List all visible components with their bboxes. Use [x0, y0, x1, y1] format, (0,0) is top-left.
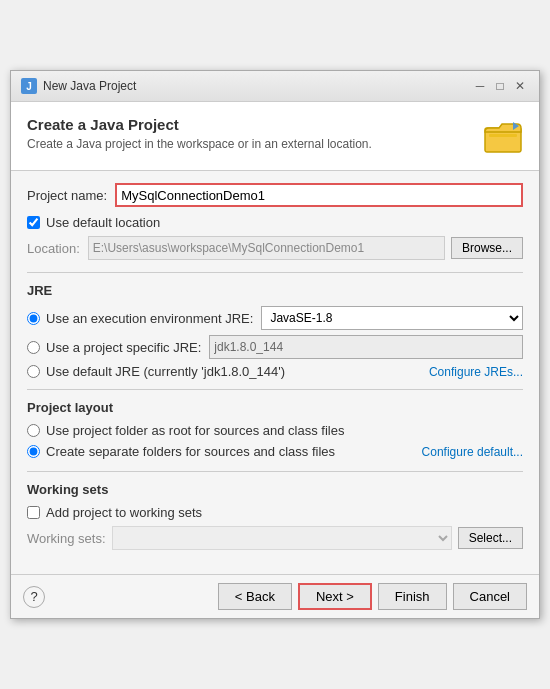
- jre-specific-input[interactable]: [209, 335, 523, 359]
- layout-option1-radio[interactable]: [27, 424, 40, 437]
- location-input[interactable]: [88, 236, 445, 260]
- jre-option2-row: Use a project specific JRE:: [27, 335, 523, 359]
- jre-option3-label: Use default JRE (currently 'jdk1.8.0_144…: [46, 364, 285, 379]
- header-folder-icon: [483, 116, 523, 156]
- use-default-location-checkbox[interactable]: [27, 216, 40, 229]
- title-bar: J New Java Project ─ □ ✕: [11, 71, 539, 102]
- working-sets-checkbox-row: Add project to working sets: [27, 505, 523, 520]
- divider-2: [27, 389, 523, 390]
- project-name-label: Project name:: [27, 188, 107, 203]
- jre-section-header: JRE: [27, 283, 523, 298]
- divider-3: [27, 471, 523, 472]
- layout-option2-radio[interactable]: [27, 445, 40, 458]
- jre-option3-row: Use default JRE (currently 'jdk1.8.0_144…: [27, 364, 523, 379]
- title-bar-controls: ─ □ ✕: [471, 77, 529, 95]
- project-name-section: Project name:: [27, 183, 523, 207]
- finish-button[interactable]: Finish: [378, 583, 447, 610]
- location-row: Location: Browse...: [27, 236, 523, 260]
- cancel-button[interactable]: Cancel: [453, 583, 527, 610]
- dialog-title: Create a Java Project: [27, 116, 473, 133]
- location-label: Location:: [27, 241, 80, 256]
- default-location-checkbox-row: Use default location: [27, 215, 523, 230]
- layout-option2-label: Create separate folders for sources and …: [46, 444, 335, 459]
- new-java-project-dialog: J New Java Project ─ □ ✕ Create a Java P…: [10, 70, 540, 619]
- dialog-header-text: Create a Java Project Create a Java proj…: [27, 116, 473, 151]
- use-default-location-label: Use default location: [46, 215, 160, 230]
- help-button[interactable]: ?: [23, 586, 45, 608]
- jre-option1-radio[interactable]: [27, 312, 40, 325]
- dialog-footer: ? < Back Next > Finish Cancel: [11, 574, 539, 618]
- browse-button[interactable]: Browse...: [451, 237, 523, 259]
- layout-option2-left: Create separate folders for sources and …: [27, 444, 335, 459]
- working-sets-header: Working sets: [27, 482, 523, 497]
- configure-jres-link[interactable]: Configure JREs...: [429, 365, 523, 379]
- svg-rect-1: [489, 134, 517, 137]
- back-button[interactable]: < Back: [218, 583, 292, 610]
- select-working-sets-button[interactable]: Select...: [458, 527, 523, 549]
- working-sets-dropdown[interactable]: [112, 526, 452, 550]
- jre-option1-label: Use an execution environment JRE:: [46, 311, 253, 326]
- jre-environment-select[interactable]: JavaSE-1.8: [261, 306, 523, 330]
- jre-option1-row: Use an execution environment JRE: JavaSE…: [27, 306, 523, 330]
- title-bar-text: New Java Project: [43, 79, 136, 93]
- dialog-body: Project name: Use default location Locat…: [11, 171, 539, 574]
- jre-option3-radio[interactable]: [27, 365, 40, 378]
- dialog-subtitle: Create a Java project in the workspace o…: [27, 137, 473, 151]
- maximize-button[interactable]: □: [491, 77, 509, 95]
- working-sets-section: Working sets Add project to working sets…: [27, 482, 523, 550]
- jre-option2-label: Use a project specific JRE:: [46, 340, 201, 355]
- title-bar-left: J New Java Project: [21, 78, 136, 94]
- working-sets-label: Working sets:: [27, 531, 106, 546]
- minimize-button[interactable]: ─: [471, 77, 489, 95]
- divider-1: [27, 272, 523, 273]
- project-layout-section: Project layout Use project folder as roo…: [27, 400, 523, 459]
- next-button[interactable]: Next >: [298, 583, 372, 610]
- dialog-header: Create a Java Project Create a Java proj…: [11, 102, 539, 171]
- layout-option2-row: Create separate folders for sources and …: [27, 444, 523, 459]
- working-sets-row: Working sets: Select...: [27, 526, 523, 550]
- close-button[interactable]: ✕: [511, 77, 529, 95]
- default-location-section: Use default location Location: Browse...: [27, 215, 523, 260]
- jre-section: JRE Use an execution environment JRE: Ja…: [27, 283, 523, 379]
- jre-option3-left: Use default JRE (currently 'jdk1.8.0_144…: [27, 364, 285, 379]
- add-to-working-sets-checkbox[interactable]: [27, 506, 40, 519]
- configure-default-link[interactable]: Configure default...: [422, 445, 523, 459]
- layout-option1-label: Use project folder as root for sources a…: [46, 423, 344, 438]
- dialog-icon: J: [21, 78, 37, 94]
- project-name-input[interactable]: [115, 183, 523, 207]
- jre-option2-radio[interactable]: [27, 341, 40, 354]
- footer-buttons: < Back Next > Finish Cancel: [218, 583, 527, 610]
- project-layout-header: Project layout: [27, 400, 523, 415]
- layout-option1-row: Use project folder as root for sources a…: [27, 423, 523, 438]
- add-to-working-sets-label: Add project to working sets: [46, 505, 202, 520]
